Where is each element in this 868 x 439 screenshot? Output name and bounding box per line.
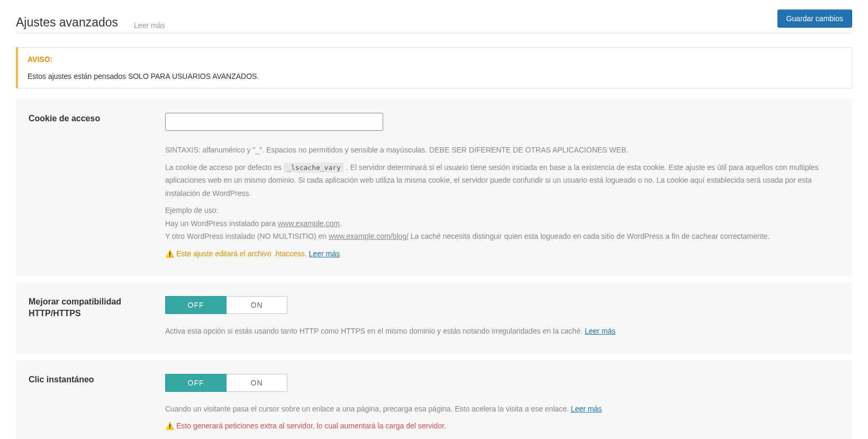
instant-click-learn-more-link[interactable]: Leer más <box>571 405 602 413</box>
example-link-1[interactable]: www.example.com <box>278 219 340 228</box>
section-http-https: Mejorar compatibilidad HTTP/HTTPS OFF ON… <box>16 282 852 360</box>
code-default-cookie: _lscache_vary <box>284 163 344 173</box>
login-cookie-input[interactable] <box>165 113 383 131</box>
cookie-learn-more-link[interactable]: Leer más <box>309 249 340 258</box>
cookie-example: Ejemplo de uso: Hay un WordPress instala… <box>165 204 839 243</box>
warning-icon: ⚠️ <box>165 247 174 261</box>
example-link-2[interactable]: www.example.com/blog/ <box>329 232 409 240</box>
notice-text: Estos ajustes están pensados SOLO PARA U… <box>28 72 842 80</box>
save-button[interactable]: Guardar cambios <box>777 10 852 28</box>
toggle-http-https: OFF ON <box>165 296 287 314</box>
http-https-desc: Activa esta opción si estás usando tanto… <box>165 325 839 338</box>
instant-click-warning: ⚠️Esto generará peticiones extra al serv… <box>165 419 839 433</box>
cookie-syntax-text: SINTAXIS: alfanumérico y "_". Espacios n… <box>165 144 839 157</box>
http-https-learn-more-link[interactable]: Leer más <box>585 327 616 335</box>
warning-icon: ⚠️ <box>165 419 174 433</box>
section-instant-click: Clic instantáneo OFF ON Cuando un visita… <box>16 360 852 439</box>
instant-click-desc: Cuando un visitante pasa el cursor sobre… <box>165 402 839 416</box>
cookie-default-text: La cookie de acceso por defecto es _lsca… <box>165 161 839 200</box>
header-read-more-link[interactable]: Leer más <box>134 21 165 30</box>
notice-title: AVISO: <box>28 55 842 64</box>
label-instant-click: Clic instantáneo <box>29 374 165 437</box>
toggle-instant-click-on[interactable]: ON <box>227 374 287 392</box>
toggle-instant-click-off[interactable]: OFF <box>165 374 227 392</box>
header: Ajustes avanzados Leer más Guardar cambi… <box>16 10 852 33</box>
toggle-http-https-on[interactable]: ON <box>227 296 287 314</box>
page-title: Ajustes avanzados <box>16 15 118 30</box>
cookie-htaccess-warning: ⚠️Este ajuste editará el archivo .htacce… <box>165 247 839 261</box>
toggle-http-https-off[interactable]: OFF <box>165 296 227 314</box>
toggle-instant-click: OFF ON <box>165 374 287 392</box>
label-login-cookie: Cookie de acceso <box>29 113 165 264</box>
section-login-cookie: Cookie de acceso SINTAXIS: alfanumérico … <box>16 99 852 282</box>
label-http-https: Mejorar compatibilidad HTTP/HTTPS <box>29 296 165 342</box>
notice-box: AVISO: Estos ajustes están pensados SOLO… <box>16 47 852 88</box>
